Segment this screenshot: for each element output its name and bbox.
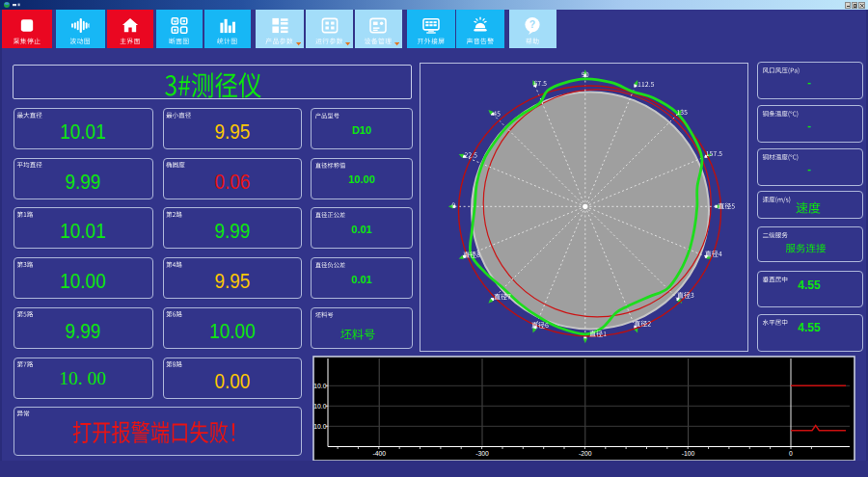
svg-text:0: 0 [789,450,793,457]
svg-text:-400: -400 [372,450,386,457]
svg-text:-300: -300 [475,450,489,457]
svg-text:-200: -200 [579,450,592,457]
svg-text:-100: -100 [682,450,695,457]
svg-text:?: ? [529,19,535,30]
svg-text:10.0: 10.0 [313,383,326,389]
svg-text:10.0: 10.0 [313,403,326,410]
svg-text:10.0: 10.0 [313,423,326,430]
